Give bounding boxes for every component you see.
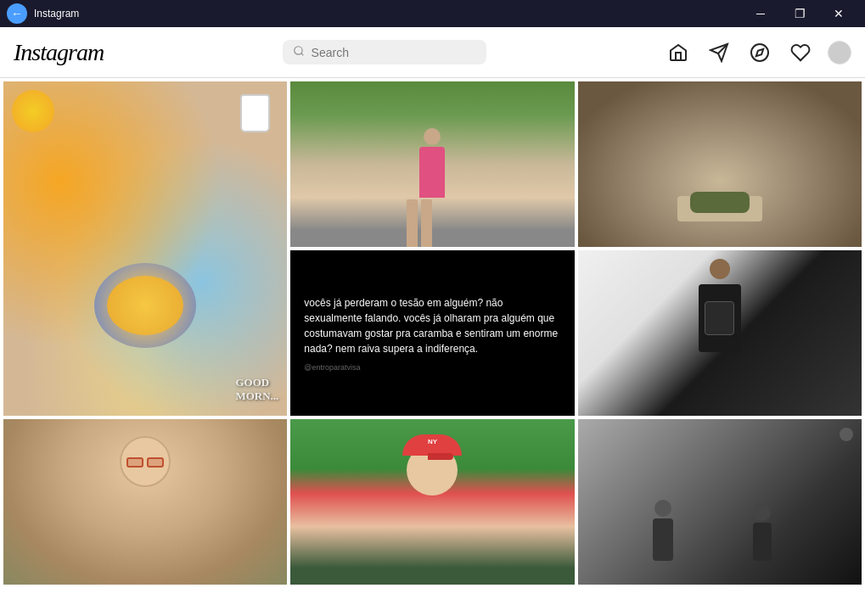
home-nav-button[interactable] xyxy=(665,39,692,66)
feed-grid: .feed { display: grid; grid-template-col… xyxy=(0,78,865,616)
quote-handle: @entroparatvisa xyxy=(304,363,360,372)
maximize-button[interactable]: ❐ xyxy=(780,0,819,27)
post-animal-hand[interactable] xyxy=(578,81,862,247)
activity-nav-button[interactable] xyxy=(787,39,814,66)
search-input[interactable] xyxy=(312,46,476,59)
post-girl-outdoor[interactable] xyxy=(290,81,574,247)
post-woman-glasses[interactable] xyxy=(3,419,287,585)
close-button[interactable]: ✕ xyxy=(819,0,858,27)
profile-avatar[interactable] xyxy=(828,41,851,64)
instagram-logo: Instagram xyxy=(14,39,104,66)
svg-line-1 xyxy=(301,53,303,56)
back-button[interactable]: ← xyxy=(7,3,27,24)
post-text-quote[interactable]: vocês já perderam o tesão em alguém? não… xyxy=(290,250,574,416)
post-food-breakfast[interactable]: GOODMORN... xyxy=(3,81,287,416)
post-soccer-player[interactable] xyxy=(578,250,862,416)
search-bar-container xyxy=(104,40,665,64)
minimize-button[interactable]: ─ xyxy=(741,0,780,27)
explore-nav-button[interactable] xyxy=(746,39,773,66)
svg-point-0 xyxy=(294,47,301,54)
search-icon xyxy=(293,45,305,59)
search-input-wrap[interactable] xyxy=(283,40,486,64)
svg-marker-5 xyxy=(756,48,763,55)
post-girl-cap[interactable]: NY xyxy=(290,419,574,585)
titlebar: ← Instagram ─ ❐ ✕ xyxy=(0,0,865,27)
post-couple-bw[interactable] xyxy=(578,419,862,585)
titlebar-title: Instagram xyxy=(34,8,741,20)
direct-nav-button[interactable] xyxy=(705,39,733,66)
app-header: Instagram xyxy=(0,27,865,78)
quote-text: vocês já perderam o tesão em alguém? não… xyxy=(304,295,560,356)
back-icon: ← xyxy=(11,7,23,20)
svg-point-4 xyxy=(751,44,768,61)
window-controls: ─ ❐ ✕ xyxy=(741,0,858,27)
nav-icons xyxy=(665,39,851,66)
